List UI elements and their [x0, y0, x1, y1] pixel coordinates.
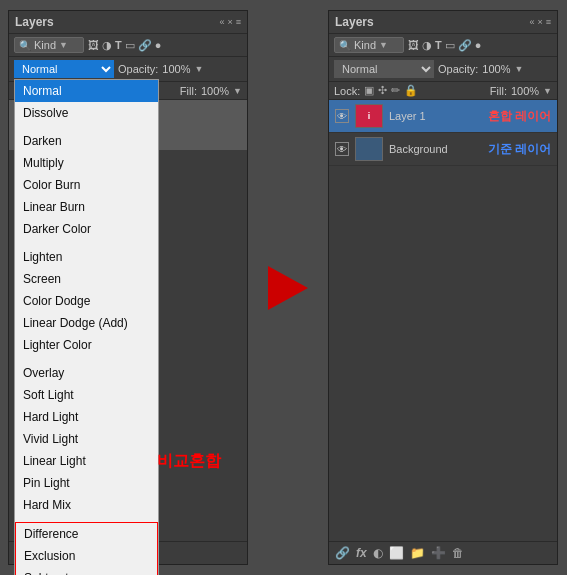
right-new-folder-icon[interactable]: 📁 — [410, 546, 425, 560]
right-opacity-chevron-icon: ▼ — [515, 64, 524, 74]
right-new-fill-icon[interactable]: ◐ — [373, 546, 383, 560]
left-fill-label: Fill: — [180, 85, 197, 97]
right-filter-type-icon[interactable]: T — [435, 39, 442, 52]
right-filter-dot-icon[interactable]: ● — [475, 39, 482, 52]
left-opacity-label: Opacity: — [118, 63, 158, 75]
right-trash-icon[interactable]: 🗑 — [452, 546, 464, 560]
right-filter-adjust-icon[interactable]: ◑ — [422, 39, 432, 52]
bg-visibility-icon[interactable]: 👁 — [335, 142, 349, 156]
layer1-visibility-icon[interactable]: 👁 — [335, 109, 349, 123]
right-filter-link-icon[interactable]: 🔗 — [458, 39, 472, 52]
layer-item-1[interactable]: 👁 i Layer 1 혼합 레이어 — [329, 100, 557, 133]
arrow-container — [258, 266, 318, 310]
kind-label: Kind — [34, 39, 56, 51]
blend-option-screen[interactable]: Screen — [15, 268, 158, 290]
right-opacity-value[interactable]: 100% — [482, 63, 510, 75]
right-filter-image-icon[interactable]: 🖼 — [408, 39, 419, 52]
blend-option-lighten[interactable]: Lighten — [15, 246, 158, 268]
right-search-icon: 🔍 — [339, 40, 351, 51]
right-lock-transparent-icon[interactable]: ▣ — [364, 84, 374, 97]
left-panel-menu-icon[interactable]: ≡ — [236, 17, 241, 27]
blend-option-lightercolor[interactable]: Lighter Color — [15, 334, 158, 356]
filter-shape-icon[interactable]: ▭ — [125, 39, 135, 52]
left-panel-title: Layers — [15, 15, 54, 29]
filter-image-icon[interactable]: 🖼 — [88, 39, 99, 52]
layer1-korean-label: 혼합 레이어 — [488, 108, 551, 125]
right-fill-value[interactable]: 100% — [511, 85, 539, 97]
filter-dot-icon[interactable]: ● — [155, 39, 162, 52]
right-toolbar-row: 🔍 Kind ▼ 🖼 ◑ T ▭ 🔗 ● — [329, 34, 557, 57]
left-opacity-row: Opacity: 100% ▼ — [118, 63, 203, 75]
left-panel-corner: « × ≡ — [219, 17, 241, 27]
bg-thumbnail — [355, 137, 383, 161]
left-blend-dropdown[interactable]: Normal Dissolve Darken Multiply Color Bu… — [14, 79, 159, 575]
layer1-thumb-letter: i — [368, 111, 371, 121]
right-blend-mode-select[interactable]: Normal — [334, 60, 434, 78]
right-opacity-label: Opacity: — [438, 63, 478, 75]
blend-option-pinlight[interactable]: Pin Light — [15, 472, 158, 494]
blend-option-dissolve[interactable]: Dissolve — [15, 102, 158, 124]
layer1-name: Layer 1 — [389, 110, 482, 122]
right-blend-row: Normal Opacity: 100% ▼ — [329, 57, 557, 82]
right-kind-chevron-icon: ▼ — [379, 40, 388, 50]
blend-option-hardmix[interactable]: Hard Mix — [15, 494, 158, 516]
left-fill-chevron-icon: ▼ — [233, 86, 242, 96]
right-lock-paint-icon[interactable]: ✏ — [391, 84, 400, 97]
bg-name: Background — [389, 143, 482, 155]
left-search-box[interactable]: 🔍 Kind ▼ — [14, 37, 84, 53]
right-panel-menu-icon[interactable]: ≡ — [546, 17, 551, 27]
blend-option-colordodge[interactable]: Color Dodge — [15, 290, 158, 312]
right-opacity-row: Opacity: 100% ▼ — [438, 63, 523, 75]
right-layers-list: 👁 i Layer 1 혼합 레이어 👁 Background 기준 레이어 — [329, 100, 557, 321]
layer1-thumbnail: i — [355, 104, 383, 128]
right-new-layer-icon[interactable]: ➕ — [431, 546, 446, 560]
right-fill-chevron-icon: ▼ — [543, 86, 552, 96]
highlighted-group: Difference Exclusion Subtract Divide — [15, 522, 158, 575]
right-fx-icon[interactable]: fx — [356, 546, 367, 560]
right-lock-all-icon[interactable]: 🔒 — [404, 84, 418, 97]
layer-item-background[interactable]: 👁 Background 기준 레이어 — [329, 133, 557, 166]
blend-annotation-label: 비교혼합 — [157, 451, 221, 472]
blend-option-normal[interactable]: Normal — [15, 80, 158, 102]
filter-link-icon[interactable]: 🔗 — [138, 39, 152, 52]
left-panel-collapse-icon[interactable]: « — [219, 17, 224, 27]
right-arrow-icon — [268, 266, 308, 310]
blend-option-linearburn[interactable]: Linear Burn — [15, 196, 158, 218]
blend-option-subtract[interactable]: Subtract — [16, 567, 157, 575]
blend-option-softlight[interactable]: Soft Light — [15, 384, 158, 406]
blend-option-colorburn[interactable]: Color Burn — [15, 174, 158, 196]
filter-type-icon[interactable]: T — [115, 39, 122, 52]
right-bottom-bar: 🔗 fx ◐ ⬜ 📁 ➕ 🗑 — [329, 541, 557, 564]
right-kind-label: Kind — [354, 39, 376, 51]
right-panel-collapse-icon[interactable]: « — [529, 17, 534, 27]
blend-option-difference[interactable]: Difference — [16, 523, 157, 545]
blend-option-hardlight[interactable]: Hard Light — [15, 406, 158, 428]
right-mask-icon[interactable]: ⬜ — [389, 546, 404, 560]
right-fill-label: Fill: — [490, 85, 507, 97]
left-fill-value[interactable]: 100% — [201, 85, 229, 97]
left-opacity-value[interactable]: 100% — [162, 63, 190, 75]
right-lock-position-icon[interactable]: ✣ — [378, 84, 387, 97]
left-toolbar-row: 🔍 Kind ▼ 🖼 ◑ T ▭ 🔗 ● — [9, 34, 247, 57]
right-lock-fill-row: Lock: ▣ ✣ ✏ 🔒 Fill: 100% ▼ — [329, 82, 557, 100]
blend-option-lineardodge[interactable]: Linear Dodge (Add) — [15, 312, 158, 334]
left-panel-header: Layers « × ≡ — [9, 11, 247, 34]
blend-option-exclusion[interactable]: Exclusion — [16, 545, 157, 567]
kind-chevron-icon: ▼ — [59, 40, 68, 50]
left-opacity-chevron-icon: ▼ — [195, 64, 204, 74]
blend-option-overlay[interactable]: Overlay — [15, 362, 158, 384]
filter-adjust-icon[interactable]: ◑ — [102, 39, 112, 52]
left-blend-mode-select[interactable]: Normal — [14, 60, 114, 78]
blend-option-linearlight[interactable]: Linear Light — [15, 450, 158, 472]
bg-korean-label: 기준 레이어 — [488, 141, 551, 158]
right-filter-shape-icon[interactable]: ▭ — [445, 39, 455, 52]
right-panel-close-icon[interactable]: × — [537, 17, 542, 27]
right-link-icon[interactable]: 🔗 — [335, 546, 350, 560]
blend-option-darken[interactable]: Darken — [15, 130, 158, 152]
blend-option-multiply[interactable]: Multiply — [15, 152, 158, 174]
left-panel-close-icon[interactable]: × — [227, 17, 232, 27]
blend-option-darkercolor[interactable]: Darker Color — [15, 218, 158, 240]
blend-option-vividlight[interactable]: Vivid Light — [15, 428, 158, 450]
right-search-box[interactable]: 🔍 Kind ▼ — [334, 37, 404, 53]
right-panel-title: Layers — [335, 15, 374, 29]
